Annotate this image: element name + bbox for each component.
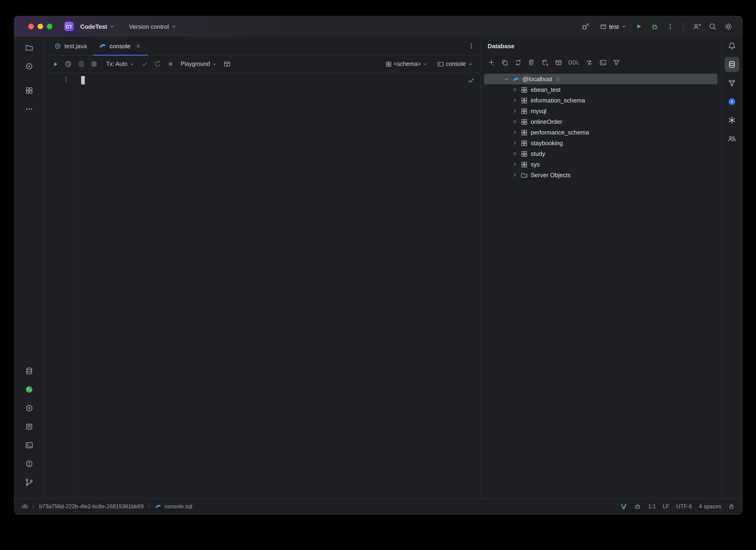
v-plugin-icon[interactable] [620,503,627,510]
caret-position-widget[interactable]: 1:1 [648,503,656,510]
refresh-icon[interactable] [513,57,524,68]
tree-row-schema[interactable]: sys [481,159,721,170]
rollback-icon[interactable] [152,58,164,70]
mysql-dolphin-icon [512,75,520,83]
tree-row-server-objects[interactable]: Server Objects [481,170,721,180]
tree-row-schema[interactable]: information_schema [481,95,721,106]
write-lock-icon[interactable] [728,503,735,510]
database-panel-icon[interactable] [724,57,739,72]
table-icon[interactable] [553,57,564,68]
openai-icon[interactable] [724,113,739,127]
run-button[interactable] [632,20,645,33]
tree-row-schema[interactable]: ebean_test [481,84,721,95]
playground-mode-selector[interactable]: Playground [178,59,220,69]
tree-row-schema[interactable]: mysql [481,106,721,116]
schema-label: performance_schema [531,129,589,136]
tx-mode-selector[interactable]: Tx: Auto [103,59,138,69]
editor-gutter: 1 [44,73,77,498]
disconnect-icon[interactable] [540,57,551,68]
execute-button[interactable] [49,58,61,70]
close-window-button[interactable] [28,24,34,29]
tab-options-kebab-icon[interactable] [468,42,475,50]
chevron-right-icon[interactable] [511,129,518,136]
tree-row-schema[interactable]: onlineOrder [481,116,721,127]
breadcrumb-session-id[interactable]: b73a756d-222b-4fe2-bc8e-26815361bb69 [39,503,144,510]
datasource-properties-icon[interactable] [526,57,537,68]
tree-row-schema[interactable]: performance_schema [481,127,721,138]
ddl-button[interactable]: DDL [566,60,581,65]
assistant-status-icon[interactable] [634,503,641,510]
more-actions-kebab-icon[interactable] [664,20,677,33]
console-toolbar-right: <schema> console [382,59,476,69]
vcs-widget[interactable]: Version control [126,21,180,32]
chevron-right-icon[interactable] [511,107,518,115]
filter-icon[interactable] [611,57,622,68]
project-folder-icon[interactable] [22,40,37,55]
bug-with-cross-icon[interactable] [578,20,591,33]
terminal-icon[interactable] [22,438,37,453]
session-selector[interactable]: console [434,59,476,69]
chevron-down-icon[interactable] [502,75,510,83]
chevron-right-icon[interactable] [511,171,518,179]
editor-surface[interactable]: 1 [44,73,481,498]
history-icon[interactable] [62,58,74,70]
debug-button[interactable] [648,20,661,33]
chevron-right-icon[interactable] [511,97,518,104]
breadcrumb-file[interactable]: console.sql [165,503,192,510]
hub-icon[interactable] [724,76,739,90]
schema-selector[interactable]: <schema> [382,59,431,69]
chevron-down-icon [212,61,217,67]
chevron-right-icon[interactable] [511,150,518,157]
server-objects-label: Server Objects [531,171,571,178]
schema-label: sys [531,161,540,168]
zoom-window-button[interactable] [47,24,52,29]
line-ending-widget[interactable]: LF [663,503,669,510]
duplicate-icon[interactable] [499,57,510,68]
version-control-icon[interactable] [22,475,37,490]
mysql-dolphin-icon [99,42,106,50]
ai-assistant-icon[interactable] [22,382,37,397]
chevron-right-icon[interactable] [511,139,518,147]
pause-icon[interactable] [75,58,87,70]
tree-row-schema[interactable]: staybooking [481,138,721,148]
database-tool-icon[interactable] [22,364,37,379]
notifications-bell-icon[interactable] [724,38,739,53]
project-widget[interactable]: CodeTest [77,21,118,32]
services-icon[interactable] [22,401,37,416]
new-datasource-icon[interactable] [486,57,497,68]
navigate-arrows-icon[interactable] [584,57,595,68]
indent-widget[interactable]: 4 spaces [699,503,721,510]
code-with-me-icon[interactable] [690,20,703,33]
commit-icon[interactable] [22,59,37,74]
tree-row-schema[interactable]: study [481,148,721,159]
view-as-table-icon[interactable] [221,58,233,70]
schema-label: ebean_test [531,86,561,93]
tab-console[interactable]: console [93,37,148,55]
search-icon[interactable] [706,20,719,33]
chevron-right-icon[interactable] [511,86,518,93]
chevron-right-icon[interactable] [511,161,518,168]
run-config-selector[interactable]: test [597,21,629,32]
java-class-icon [54,42,61,49]
chevron-right-icon[interactable] [511,118,518,125]
tree-row-localhost[interactable]: @localhost 8 [484,74,718,84]
commit-check-icon[interactable] [139,58,151,70]
open-console-icon[interactable] [597,57,608,68]
problems-icon[interactable] [22,456,37,471]
breadcrumb-db[interactable]: db [22,503,28,510]
settings-gear-icon[interactable] [722,20,735,33]
more-tool-windows-icon[interactable] [22,101,37,116]
ai-chat-icon[interactable] [724,94,739,109]
main-area: test.java console [14,37,742,498]
close-tab-icon[interactable] [134,42,142,50]
stop-icon[interactable] [165,58,177,70]
encoding-widget[interactable]: UTF-8 [676,503,692,510]
inspection-ok-icon[interactable] [468,77,475,84]
console-settings-gear-icon[interactable] [88,58,100,70]
minimize-window-button[interactable] [38,24,43,29]
build-icon[interactable] [22,419,37,434]
structure-icon[interactable] [22,83,37,98]
tab-test-java[interactable]: test.java [48,37,93,55]
schema-label: mysql [531,108,546,114]
collaboration-icon[interactable] [724,131,739,146]
